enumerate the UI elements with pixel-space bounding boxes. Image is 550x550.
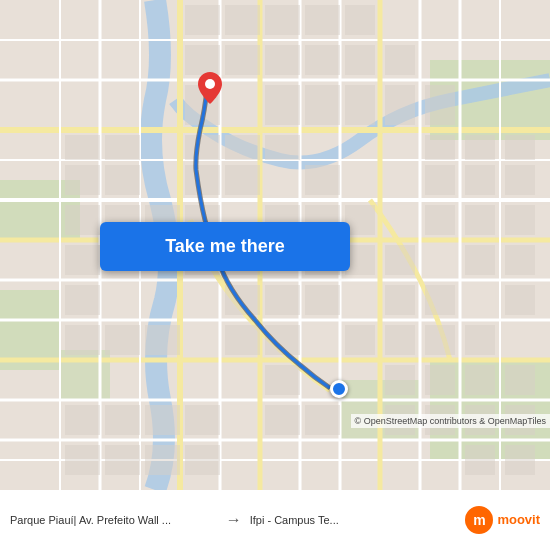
svg-rect-65 — [65, 135, 100, 160]
svg-rect-55 — [425, 325, 455, 355]
moovit-logo-icon: m — [465, 506, 493, 534]
svg-rect-81 — [65, 445, 100, 475]
svg-rect-110 — [505, 205, 535, 235]
svg-rect-45 — [385, 245, 415, 275]
svg-rect-57 — [265, 365, 300, 395]
svg-rect-112 — [505, 245, 535, 275]
svg-rect-56 — [465, 325, 495, 355]
svg-point-119 — [205, 79, 215, 89]
svg-rect-103 — [465, 135, 495, 160]
svg-rect-83 — [145, 445, 180, 475]
svg-rect-51 — [225, 325, 260, 355]
svg-rect-86 — [225, 5, 260, 35]
svg-rect-58 — [385, 365, 415, 395]
svg-rect-107 — [505, 165, 535, 195]
svg-rect-94 — [345, 45, 375, 75]
svg-rect-75 — [105, 325, 140, 355]
svg-rect-118 — [505, 445, 535, 475]
map-container: Take me there © OpenStreetMap contributo… — [0, 0, 550, 490]
map-attribution: © OpenStreetMap contributors & OpenMapTi… — [351, 414, 550, 428]
svg-rect-59 — [425, 365, 455, 395]
svg-rect-109 — [465, 205, 495, 235]
svg-rect-77 — [65, 405, 100, 435]
svg-rect-72 — [65, 245, 100, 275]
svg-rect-53 — [345, 325, 375, 355]
take-me-there-button[interactable]: Take me there — [100, 222, 350, 271]
moovit-text: moovit — [497, 512, 540, 527]
to-label: Ifpi - Campus Te... — [250, 514, 458, 526]
svg-rect-67 — [65, 165, 100, 195]
svg-rect-88 — [305, 5, 340, 35]
svg-rect-84 — [185, 445, 220, 475]
svg-rect-80 — [185, 405, 220, 435]
svg-rect-74 — [65, 325, 100, 355]
moovit-logo: m moovit — [465, 506, 540, 534]
svg-rect-73 — [65, 285, 100, 315]
bottom-bar: Parque Piauí| Av. Prefeito Wall ... → If… — [0, 488, 550, 550]
svg-rect-34 — [185, 165, 220, 195]
svg-rect-66 — [105, 135, 140, 160]
svg-rect-33 — [265, 135, 300, 160]
svg-rect-50 — [425, 285, 455, 315]
svg-rect-117 — [465, 445, 495, 475]
svg-rect-97 — [265, 85, 300, 125]
svg-rect-102 — [425, 135, 455, 160]
destination-pin — [198, 72, 222, 104]
svg-rect-82 — [105, 445, 140, 475]
svg-rect-79 — [145, 405, 180, 435]
svg-rect-108 — [425, 205, 455, 235]
svg-rect-49 — [385, 285, 415, 315]
svg-rect-95 — [385, 45, 415, 75]
svg-rect-48 — [305, 285, 340, 315]
from-label: Parque Piauí| Av. Prefeito Wall ... — [10, 514, 218, 526]
svg-rect-54 — [385, 325, 415, 355]
svg-rect-115 — [505, 365, 535, 395]
origin-dot — [330, 380, 348, 398]
svg-rect-98 — [305, 85, 340, 125]
svg-rect-99 — [345, 85, 375, 125]
svg-rect-69 — [65, 205, 100, 235]
svg-rect-113 — [505, 285, 535, 315]
svg-rect-78 — [105, 405, 140, 435]
svg-rect-93 — [305, 45, 340, 75]
arrow-icon: → — [226, 511, 242, 529]
svg-rect-35 — [225, 165, 260, 195]
svg-rect-101 — [425, 85, 455, 125]
svg-rect-32 — [225, 135, 260, 160]
svg-rect-31 — [185, 135, 220, 160]
svg-rect-62 — [305, 405, 340, 435]
svg-rect-61 — [265, 405, 300, 435]
svg-rect-87 — [265, 5, 300, 35]
svg-rect-100 — [385, 85, 415, 125]
svg-rect-76 — [145, 325, 180, 355]
svg-rect-111 — [465, 245, 495, 275]
svg-rect-60 — [465, 365, 495, 395]
svg-rect-89 — [345, 5, 375, 35]
svg-rect-85 — [185, 5, 220, 35]
svg-rect-90 — [185, 45, 220, 75]
svg-rect-47 — [265, 285, 300, 315]
svg-rect-106 — [465, 165, 495, 195]
svg-rect-68 — [105, 165, 140, 195]
svg-rect-36 — [305, 165, 340, 195]
svg-rect-105 — [425, 165, 455, 195]
svg-rect-104 — [505, 135, 535, 160]
svg-rect-92 — [265, 45, 300, 75]
svg-rect-91 — [225, 45, 260, 75]
